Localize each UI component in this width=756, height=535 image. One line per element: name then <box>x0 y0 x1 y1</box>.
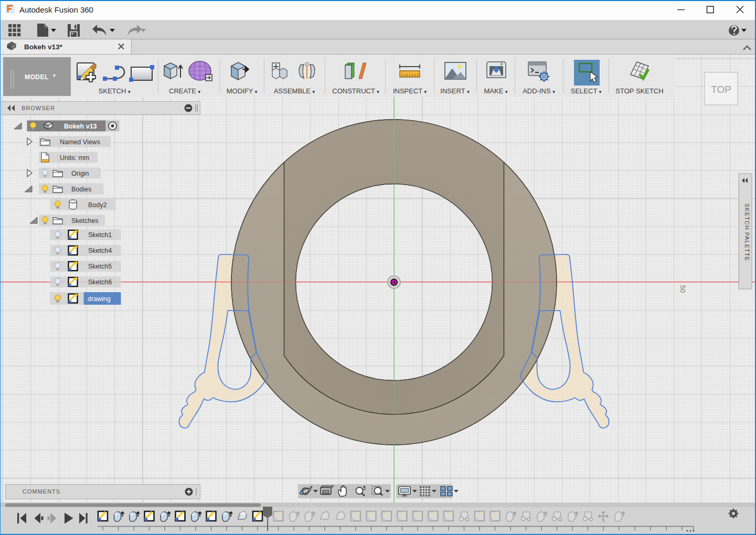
svg-text:Body2: Body2 <box>88 201 107 209</box>
svg-text:Sketch4: Sketch4 <box>88 247 112 254</box>
svg-text:drawing: drawing <box>88 295 111 303</box>
svg-text:Bokeh v13: Bokeh v13 <box>64 123 97 130</box>
svg-text:Sketches: Sketches <box>71 217 98 224</box>
svg-text:Bokeh v13*: Bokeh v13* <box>24 43 63 51</box>
svg-text:Origin: Origin <box>71 170 89 177</box>
svg-text:Autodesk Fusion 360: Autodesk Fusion 360 <box>19 5 93 14</box>
svg-text:Bodies: Bodies <box>71 186 91 193</box>
svg-text:Units: mm: Units: mm <box>60 154 89 162</box>
svg-text:Sketch1: Sketch1 <box>88 231 112 239</box>
svg-text:Sketch5: Sketch5 <box>88 263 112 270</box>
svg-text:Named Views: Named Views <box>60 138 100 146</box>
svg-text:Sketch6: Sketch6 <box>88 279 112 286</box>
